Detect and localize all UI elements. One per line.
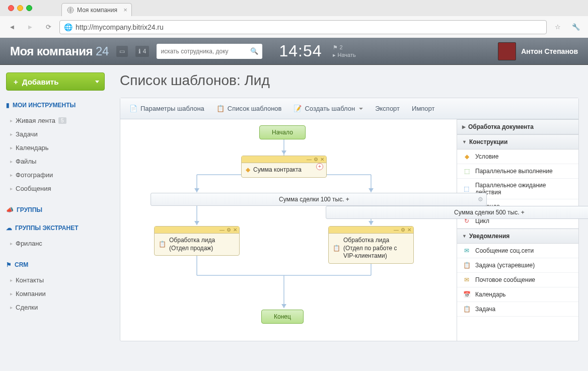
app-header: Моя компания 24 ▭ ℹ 4 🔍 14:54 ⚑2 ▸Начать… <box>0 38 588 65</box>
sidebar-item[interactable]: ▸Компании <box>6 287 105 301</box>
chevron-right-icon: ▸ <box>10 172 13 178</box>
palette-item-icon: 📋 <box>462 261 471 269</box>
palette-item[interactable]: 📅Календарь <box>457 287 578 302</box>
add-branch-icon[interactable]: + <box>316 163 323 170</box>
palette-item-icon: ✉ <box>462 247 471 255</box>
sidebar-section-title[interactable]: ▮МОИ ИНСТРУМЕНТЫ <box>6 102 105 109</box>
gear-icon[interactable]: ⚙ <box>227 227 231 233</box>
bookmark-icon[interactable]: ☆ <box>551 20 565 34</box>
avatar[interactable] <box>498 42 516 60</box>
minimize-icon[interactable]: — <box>219 227 225 233</box>
palette: ▶Обработка документа▼Конструкции◆Условие… <box>457 119 578 341</box>
browser-tab[interactable]: Моя компания × <box>61 3 132 16</box>
forward-button[interactable]: ► <box>23 20 37 34</box>
gear-icon[interactable]: ⚙ <box>314 157 318 162</box>
close-tab-icon[interactable]: × <box>123 6 127 14</box>
chevron-right-icon: ▸ <box>10 118 13 123</box>
add-button[interactable]: + Добавить <box>6 72 105 91</box>
badge: 5 <box>58 117 66 124</box>
flow-start-node[interactable]: Начало <box>259 125 306 139</box>
window-controls[interactable] <box>4 1 36 15</box>
palette-group-title[interactable]: ▶Обработка документа <box>457 119 578 134</box>
clock-start-line[interactable]: ▸Начать <box>333 52 356 58</box>
toolbar-item[interactable]: 📋Список шаблонов <box>216 105 282 113</box>
sidebar-item[interactable]: ▸Фриланс <box>6 237 105 250</box>
toolbar-item[interactable]: 📄Параметры шаблона <box>129 105 204 113</box>
toolbar-item[interactable]: 📝Создать шаблон <box>293 105 363 113</box>
toolbar-item[interactable]: Экспорт <box>375 105 400 112</box>
flow-canvas[interactable]: Начало —⚙✕ ◆Сумма контракта + Сумма сдел… <box>120 119 457 341</box>
minimize-icon[interactable]: — <box>307 157 312 162</box>
minimize-icon[interactable]: — <box>394 227 399 233</box>
gear-icon[interactable]: ⚙ <box>478 196 483 203</box>
settings-icon[interactable]: 🔧 <box>569 20 583 34</box>
sidebar-section-title[interactable]: 📣ГРУППЫ <box>6 206 105 213</box>
messages-icon[interactable]: ▭ <box>116 46 128 57</box>
list-icon: 📋 <box>216 105 225 113</box>
back-button[interactable]: ◄ <box>5 20 19 34</box>
clipboard-icon: 📋 <box>333 245 340 253</box>
palette-item[interactable]: ✉Почтовое сообщение <box>457 273 578 287</box>
flow-process-right[interactable]: —⚙✕ 📋Обработка лида (Отдел по работе с V… <box>328 226 414 264</box>
arrow-icon <box>369 221 374 225</box>
toolbar-item[interactable]: Импорт <box>412 105 434 112</box>
palette-item[interactable]: ◆Условие <box>457 150 578 164</box>
arrow-icon <box>281 304 286 308</box>
sidebar-item[interactable]: ▸Файлы <box>6 155 105 168</box>
sidebar-item[interactable]: ▸Контакты <box>6 273 105 287</box>
close-icon[interactable]: ✕ <box>233 227 237 233</box>
page-title: Список шаблонов: Лид <box>120 72 579 89</box>
palette-item-icon: ⬚ <box>462 167 471 175</box>
sidebar-item[interactable]: ▸Живая лента5 <box>6 114 105 127</box>
gear-icon[interactable]: ⚙ <box>401 227 405 233</box>
close-icon[interactable]: ✕ <box>320 157 324 162</box>
sidebar-item[interactable]: ▸Сообщения <box>6 182 105 195</box>
clock: 14:54 <box>279 42 322 60</box>
sidebar-item[interactable]: ▸Задачи <box>6 127 105 141</box>
bookmark-icon: ▮ <box>6 102 10 109</box>
minimize-window-icon[interactable] <box>17 5 23 11</box>
create-icon: 📝 <box>293 105 302 113</box>
plus-icon: + <box>14 78 18 86</box>
flow-process-left[interactable]: —⚙✕ 📋Обработка лида (Отдел продаж) <box>154 226 240 256</box>
browser-chrome: Моя компания × ◄ ► ⟳ 🌐 http://mycompany.… <box>0 0 588 38</box>
flow-branch-left[interactable]: Сумма сделки 100 тыс. +⚙ <box>151 193 487 206</box>
palette-group-title[interactable]: ▼Уведомления <box>457 229 578 244</box>
flow-branch-right[interactable]: Сумма сделки 500 тыс. +⚙ <box>326 206 588 219</box>
sidebar-item[interactable]: ▸Сделки <box>6 301 105 314</box>
chevron-down-icon: ▼ <box>462 234 467 239</box>
palette-item[interactable]: 📋Задача (устаревшие) <box>457 258 578 273</box>
user-name: Антон Степанов <box>521 47 578 55</box>
search-icon[interactable]: 🔍 <box>250 47 258 55</box>
sidebar-section-title[interactable]: ☁ГРУППЫ ЭКСТРАНЕТ <box>6 225 105 232</box>
palette-item-icon: ✉ <box>462 276 471 284</box>
reload-button[interactable]: ⟳ <box>41 20 55 34</box>
chevron-right-icon: ▸ <box>10 291 13 296</box>
palette-item-icon: 📋 <box>462 305 471 313</box>
chevron-right-icon: ▸ <box>10 241 13 246</box>
url-text: http://mycompany.bitrix24.ru <box>76 23 164 31</box>
logo[interactable]: Моя компания 24 <box>10 44 109 58</box>
toolbar: 📄Параметры шаблона📋Список шаблонов📝Созда… <box>120 98 578 119</box>
palette-item[interactable]: ⬚Параллельное выполнение <box>457 164 578 179</box>
palette-group-title[interactable]: ▼Конструкции <box>457 134 578 150</box>
flow-condition-node[interactable]: —⚙✕ ◆Сумма контракта + <box>241 156 327 178</box>
globe-icon: 🌐 <box>64 23 72 31</box>
palette-item[interactable]: 📋Задача <box>457 302 578 317</box>
flow-end-node[interactable]: Конец <box>261 310 304 324</box>
search-box[interactable]: 🔍 <box>157 44 262 59</box>
search-input[interactable] <box>161 48 250 55</box>
close-icon[interactable]: ✕ <box>407 227 411 233</box>
info-counter[interactable]: ℹ 4 <box>135 46 150 57</box>
info-icon: ℹ <box>138 48 141 55</box>
palette-item[interactable]: ✉Сообщение соц.сети <box>457 244 578 258</box>
maximize-window-icon[interactable] <box>26 5 32 11</box>
flag-icon: ⚑ <box>6 261 12 268</box>
main: Список шаблонов: Лид 📄Параметры шаблона📋… <box>111 65 588 371</box>
close-window-icon[interactable] <box>8 5 14 11</box>
sidebar-item[interactable]: ▸Календарь <box>6 141 105 155</box>
sidebar-item[interactable]: ▸Фотографии <box>6 168 105 182</box>
user-block[interactable]: Антон Степанов <box>498 42 578 60</box>
address-bar[interactable]: 🌐 http://mycompany.bitrix24.ru <box>59 20 547 34</box>
sidebar-section-title[interactable]: ⚑CRM <box>6 261 105 268</box>
